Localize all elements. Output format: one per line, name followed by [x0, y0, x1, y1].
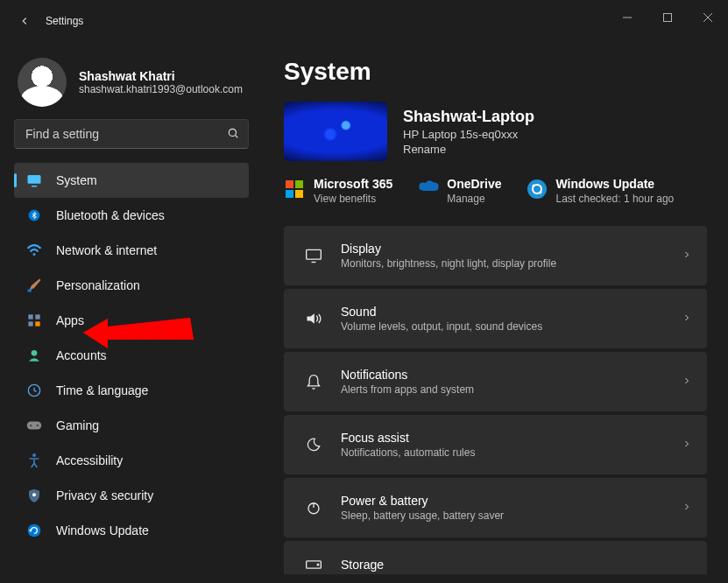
svg-rect-24	[286, 180, 293, 188]
svg-rect-27	[295, 190, 303, 198]
sound-icon	[304, 311, 323, 327]
device-model: HP Laptop 15s-eq0xxx	[403, 128, 534, 141]
device-name: Shashwat-Laptop	[403, 108, 534, 126]
search-box[interactable]	[14, 119, 249, 149]
svg-point-20	[32, 453, 36, 457]
sidebar-item-bluetooth[interactable]: Bluetooth & devices	[14, 198, 249, 233]
settings-card-storage[interactable]: Storage	[284, 541, 707, 574]
brush-icon	[26, 277, 42, 293]
sidebar-item-label: Time & language	[56, 383, 148, 397]
chevron-right-icon	[682, 312, 692, 326]
sidebar-item-network[interactable]: Network & internet	[14, 233, 249, 268]
search-icon	[227, 127, 239, 142]
profile-name: Shashwat Khatri	[79, 69, 243, 83]
chevron-right-icon	[682, 375, 692, 389]
monitor-icon	[26, 172, 42, 188]
svg-point-28	[527, 179, 547, 199]
close-button[interactable]	[688, 0, 728, 35]
device-thumbnail	[284, 102, 387, 161]
sidebar-item-gaming[interactable]: Gaming	[14, 408, 249, 443]
card-title: Storage	[341, 558, 384, 572]
svg-rect-10	[28, 290, 32, 292]
m365-icon	[284, 179, 305, 200]
sidebar-item-time[interactable]: Time & language	[14, 373, 249, 408]
sidebar-item-apps[interactable]: Apps	[14, 303, 249, 338]
card-title: Power & battery	[341, 494, 504, 508]
svg-rect-25	[295, 180, 303, 188]
service-sub: Last checked: 1 hour ago	[556, 193, 675, 205]
service-onedrive[interactable]: OneDriveManage	[417, 177, 501, 205]
card-title: Notifications	[341, 368, 474, 382]
svg-rect-6	[28, 175, 41, 184]
sidebar-item-label: Gaming	[56, 418, 99, 432]
moon-icon	[304, 437, 323, 453]
sidebar-item-personalization[interactable]: Personalization	[14, 268, 249, 303]
sidebar-item-label: Apps	[56, 313, 84, 327]
update-icon	[527, 179, 548, 200]
clock-icon	[26, 383, 42, 398]
service-sub: Manage	[447, 193, 501, 205]
svg-rect-12	[35, 314, 39, 319]
service-title: OneDrive	[447, 177, 501, 191]
sidebar-item-accounts[interactable]: Accounts	[14, 338, 249, 373]
sidebar-item-label: Network & internet	[56, 243, 157, 257]
sidebar-item-label: Accessibility	[56, 453, 123, 467]
back-button[interactable]	[16, 12, 33, 30]
sidebar-item-update[interactable]: Windows Update	[14, 513, 249, 548]
service-m365[interactable]: Microsoft 365View benefits	[284, 177, 392, 205]
svg-rect-17	[27, 422, 42, 430]
bt-icon	[26, 207, 42, 223]
grid-icon	[26, 313, 42, 328]
card-desc: Monitors, brightness, night light, displ…	[341, 257, 556, 270]
sidebar-item-accessibility[interactable]: Accessibility	[14, 443, 249, 478]
rename-link[interactable]: Rename	[403, 143, 534, 156]
sidebar-item-label: Accounts	[56, 348, 107, 362]
monitor-icon	[304, 248, 323, 263]
svg-marker-33	[307, 313, 315, 324]
bell-icon	[304, 373, 323, 390]
sync-icon	[26, 523, 42, 538]
profile-block[interactable]: Shashwat Khatri shashwat.khatri1993@outl…	[14, 49, 249, 110]
svg-point-19	[37, 425, 39, 426]
card-title: Sound	[341, 305, 542, 319]
settings-card-display[interactable]: DisplayMonitors, brightness, night light…	[284, 226, 707, 285]
svg-point-37	[317, 564, 319, 565]
chevron-right-icon	[682, 249, 692, 263]
settings-card-power[interactable]: Power & batterySleep, battery usage, bat…	[284, 478, 707, 537]
svg-rect-31	[307, 249, 322, 259]
access-icon	[26, 453, 42, 468]
shield-icon	[26, 488, 42, 503]
sidebar-item-label: Personalization	[56, 278, 140, 292]
gamepad-icon	[26, 418, 42, 433]
wifi-icon	[26, 242, 42, 258]
service-update[interactable]: Windows UpdateLast checked: 1 hour ago	[527, 177, 675, 205]
svg-point-21	[32, 493, 36, 496]
card-desc: Notifications, automatic rules	[341, 446, 475, 459]
settings-card-notifications[interactable]: NotificationsAlerts from apps and system	[284, 352, 707, 411]
svg-point-4	[229, 129, 236, 136]
minimize-button[interactable]	[607, 0, 647, 35]
service-title: Microsoft 365	[314, 177, 392, 191]
page-title: System	[284, 58, 707, 86]
maximize-button[interactable]	[647, 0, 688, 35]
sidebar-item-label: Privacy & security	[56, 488, 153, 502]
app-title: Settings	[46, 15, 83, 27]
avatar	[18, 58, 67, 107]
sidebar-item-privacy[interactable]: Privacy & security	[14, 478, 249, 513]
svg-rect-11	[28, 314, 32, 319]
service-sub: View benefits	[314, 193, 392, 205]
search-input[interactable]	[24, 126, 227, 142]
svg-rect-14	[35, 321, 39, 326]
card-title: Focus assist	[341, 431, 475, 445]
card-desc: Sleep, battery usage, battery saver	[341, 509, 504, 522]
svg-rect-1	[664, 14, 672, 22]
sidebar-item-system[interactable]: System	[14, 163, 249, 198]
svg-point-9	[33, 253, 36, 256]
profile-email: shashwat.khatri1993@outlook.com	[79, 83, 243, 95]
settings-card-sound[interactable]: SoundVolume levels, output, input, sound…	[284, 289, 707, 348]
sidebar-item-label: System	[56, 173, 97, 187]
sidebar-item-label: Bluetooth & devices	[56, 208, 165, 222]
svg-point-15	[32, 350, 38, 356]
svg-rect-26	[286, 190, 293, 198]
settings-card-focus[interactable]: Focus assistNotifications, automatic rul…	[284, 415, 707, 474]
